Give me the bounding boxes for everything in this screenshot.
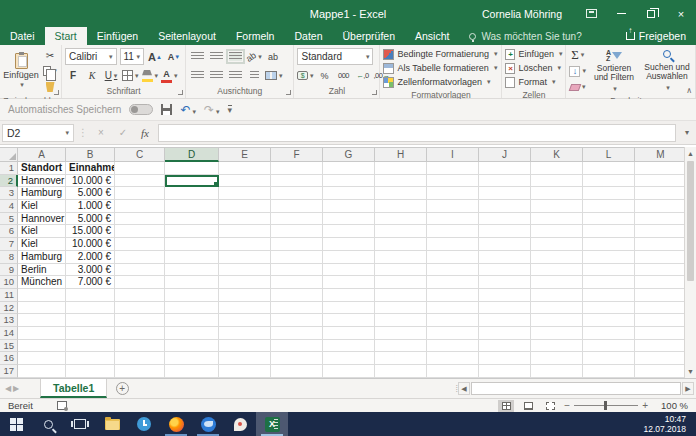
cell-F17[interactable]: [271, 365, 323, 378]
cell-I14[interactable]: [427, 327, 479, 340]
cell-C13[interactable]: [115, 314, 165, 327]
cell-J4[interactable]: [479, 200, 531, 213]
row-header-8[interactable]: 8: [0, 251, 18, 264]
cell-F15[interactable]: [271, 340, 323, 353]
cell-M5[interactable]: [635, 213, 687, 226]
restore-button[interactable]: [636, 0, 666, 27]
cell-L17[interactable]: [583, 365, 635, 378]
macro-record-icon[interactable]: [57, 401, 67, 410]
bold-button[interactable]: F: [65, 68, 81, 84]
cell-B2[interactable]: 10.000 €: [66, 175, 115, 188]
fill-color-button[interactable]: ▾: [142, 68, 159, 84]
taskbar-clock[interactable]: 10:47 12.07.2018: [643, 412, 696, 436]
cell-B10[interactable]: 7.000 €: [66, 276, 115, 289]
cell-A1[interactable]: Standort: [18, 162, 66, 175]
save-button[interactable]: [161, 104, 172, 115]
cell-E9[interactable]: [219, 264, 271, 277]
percent-format-button[interactable]: %: [316, 68, 332, 84]
italic-button[interactable]: K: [84, 68, 100, 84]
insert-cells-button[interactable]: +Einfügen▾: [505, 47, 562, 61]
cell-I3[interactable]: [427, 187, 479, 200]
cell-C10[interactable]: [115, 276, 165, 289]
ribbon-tab-überprüfen[interactable]: Überprüfen: [333, 27, 406, 45]
paste-button[interactable]: Einfügen ▾: [3, 47, 39, 95]
cell-A7[interactable]: Kiel: [18, 238, 66, 251]
cell-I6[interactable]: [427, 225, 479, 238]
ribbon-tab-datei[interactable]: Datei: [0, 27, 45, 45]
cell-G8[interactable]: [323, 251, 375, 264]
scroll-left-icon[interactable]: ◀: [458, 382, 470, 395]
cell-B6[interactable]: 15.000 €: [66, 225, 115, 238]
cell-A4[interactable]: Kiel: [18, 200, 66, 213]
cell-E12[interactable]: [219, 302, 271, 315]
column-header-b[interactable]: B: [66, 147, 115, 162]
cell-E1[interactable]: [219, 162, 271, 175]
cell-I5[interactable]: [427, 213, 479, 226]
cell-G1[interactable]: [323, 162, 375, 175]
cell-G6[interactable]: [323, 225, 375, 238]
row-header-14[interactable]: 14: [0, 327, 18, 340]
cell-E5[interactable]: [219, 213, 271, 226]
cell-H3[interactable]: [375, 187, 427, 200]
page-layout-view-button[interactable]: [520, 400, 536, 412]
cell-H14[interactable]: [375, 327, 427, 340]
copy-button[interactable]: ▾: [42, 63, 58, 79]
borders-button[interactable]: ▾: [122, 68, 139, 84]
cell-F13[interactable]: [271, 314, 323, 327]
font-size-select[interactable]: 11▾: [120, 48, 145, 65]
cell-C7[interactable]: [115, 238, 165, 251]
column-header-c[interactable]: C: [115, 147, 165, 162]
row-header-7[interactable]: 7: [0, 238, 18, 251]
cell-A13[interactable]: [18, 314, 66, 327]
cell-F3[interactable]: [271, 187, 323, 200]
cell-B15[interactable]: [66, 340, 115, 353]
cell-B7[interactable]: 10.000 €: [66, 238, 115, 251]
scroll-down-icon[interactable]: ▼: [685, 365, 696, 378]
cell-F1[interactable]: [271, 162, 323, 175]
cell-D15[interactable]: [165, 340, 219, 353]
cell-C5[interactable]: [115, 213, 165, 226]
thousands-format-button[interactable]: 000: [335, 68, 351, 84]
cell-L15[interactable]: [583, 340, 635, 353]
ribbon-tab-seitenlayout[interactable]: Seitenlayout: [148, 27, 226, 45]
cell-H13[interactable]: [375, 314, 427, 327]
cell-J12[interactable]: [479, 302, 531, 315]
ribbon-tab-daten[interactable]: Daten: [284, 27, 332, 45]
cell-L9[interactable]: [583, 264, 635, 277]
cell-K10[interactable]: [531, 276, 583, 289]
cell-C15[interactable]: [115, 340, 165, 353]
cell-L3[interactable]: [583, 187, 635, 200]
thunderbird-taskbar-button[interactable]: [192, 412, 224, 436]
task-view-taskbar-button[interactable]: [64, 412, 96, 436]
cell-J6[interactable]: [479, 225, 531, 238]
column-header-f[interactable]: F: [271, 147, 323, 162]
cell-L12[interactable]: [583, 302, 635, 315]
cell-E3[interactable]: [219, 187, 271, 200]
cell-K15[interactable]: [531, 340, 583, 353]
cell-M16[interactable]: [635, 352, 687, 365]
cell-K12[interactable]: [531, 302, 583, 315]
decrease-indent-button[interactable]: [246, 68, 262, 84]
cell-H12[interactable]: [375, 302, 427, 315]
row-header-15[interactable]: 15: [0, 340, 18, 353]
page-break-view-button[interactable]: [542, 400, 558, 412]
cell-E15[interactable]: [219, 340, 271, 353]
cell-K5[interactable]: [531, 213, 583, 226]
cell-H16[interactable]: [375, 352, 427, 365]
column-header-e[interactable]: E: [219, 147, 271, 162]
cell-E7[interactable]: [219, 238, 271, 251]
scroll-right-icon[interactable]: ▶: [682, 382, 694, 395]
start-button-taskbar-button[interactable]: [0, 412, 32, 436]
zoom-slider[interactable]: [574, 405, 638, 406]
cell-K3[interactable]: [531, 187, 583, 200]
search-taskbar-button[interactable]: [32, 412, 64, 436]
cell-G11[interactable]: [323, 289, 375, 302]
column-header-j[interactable]: J: [479, 147, 531, 162]
wrap-text-button[interactable]: ab: [265, 49, 281, 65]
cell-C12[interactable]: [115, 302, 165, 315]
shrink-font-button[interactable]: A▼: [166, 49, 182, 65]
cell-A5[interactable]: Hannover: [18, 213, 66, 226]
align-right-button[interactable]: [227, 68, 243, 84]
cell-D11[interactable]: [165, 289, 219, 302]
cell-C9[interactable]: [115, 264, 165, 277]
